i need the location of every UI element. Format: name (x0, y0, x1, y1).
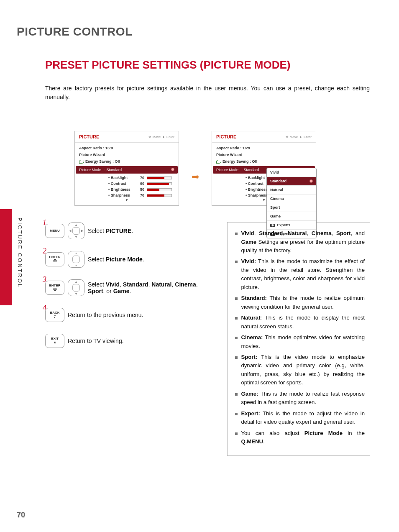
intro-text: There are factory presets for picture se… (45, 84, 370, 102)
select-dot-icon (171, 168, 174, 171)
step-text: Select PICTURE. (88, 228, 215, 234)
step-row: 1MENU▲▼◀▶Select PICTURE. (45, 223, 215, 239)
slider-row: • Brightness50 (108, 187, 174, 192)
step-row: 2ENTER⦿▲▼Select Picture Mode. (45, 251, 215, 268)
slider-value: 90 (137, 182, 144, 186)
mode-option-cinema[interactable]: Cinema (267, 194, 316, 203)
osd-panel-after: PICTURE ✥ Move ● Enter Aspect Ratio : 16… (212, 131, 316, 206)
energy-line: Energy Saving : Off (216, 158, 312, 165)
slider-row: • Sharpness70 (108, 192, 174, 198)
slider-bar[interactable] (147, 188, 172, 191)
slider-value: 50 (137, 187, 144, 192)
select-dot-icon (309, 179, 313, 183)
step-text: Select Picture Mode. (88, 256, 215, 263)
slider-value: 70 (137, 193, 144, 197)
step-text: Select Vivid, Standard, Natural, Cinema,… (88, 281, 215, 294)
mode-option-standard[interactable]: Standard (267, 177, 316, 186)
desc-item: Game: This is the mode to realize fast r… (235, 390, 365, 407)
slider-row: • Contrast90 (108, 181, 174, 187)
step-number: 1 (43, 218, 46, 227)
desc-item: Vivid: This is the mode to maximize the … (235, 257, 365, 292)
enter-button[interactable]: ENTER⦿ (45, 281, 64, 295)
slider-label: • Backlight (108, 176, 134, 180)
mode-dropdown[interactable]: VividStandardNaturalCinemaSportGame✱Expe… (266, 168, 317, 238)
mode-option-game[interactable]: Game (267, 212, 316, 221)
expert-badge-icon: ✱ (270, 224, 275, 227)
leaf-icon (216, 160, 221, 164)
enter-button[interactable]: ENTER⦿ (45, 252, 64, 266)
slider-bar[interactable] (147, 176, 172, 179)
desc-item: You can also adjust Picture Mode in the … (235, 429, 365, 446)
step-row: EXIT⎌Return to TV viewing. (45, 334, 215, 348)
desc-item: Vivid, Standard, Natural, Cinema, Sport,… (235, 229, 365, 255)
back-button[interactable]: BACK⤴ (45, 308, 64, 322)
move-icon: ✥ (286, 135, 289, 139)
wizard-line: Picture Wizard (216, 151, 312, 158)
mode-option-sport[interactable]: Sport (267, 203, 316, 212)
slider-bar[interactable] (147, 194, 172, 197)
description-box: Vivid, Standard, Natural, Cinema, Sport,… (228, 223, 370, 455)
move-icon: ✥ (148, 135, 151, 139)
step-row: 4BACK⤴Return to the previous menu. (45, 308, 215, 322)
osd-hint: ✥ Move ● Enter (286, 135, 312, 139)
side-tab (0, 209, 12, 305)
slider-label: • Brightness (108, 187, 134, 192)
side-label: PICTURE CONTROL (17, 217, 23, 288)
page-title: PICTURE CONTROL (17, 25, 370, 38)
osd-panel-before: PICTURE ✥ Move ● Enter Aspect Ratio : 16… (74, 131, 179, 206)
down-caret-icon: ▼ (79, 198, 174, 202)
step-number: 3 (43, 275, 46, 284)
slider-row: • Backlight70 (108, 175, 174, 181)
slider-value: 70 (137, 176, 144, 180)
mode-option-vivid[interactable]: Vivid (267, 168, 316, 177)
desc-item: Cinema: This mode optimizes video for wa… (235, 333, 365, 350)
osd-title: PICTURE (79, 134, 99, 139)
dpad-icon[interactable]: ▲▼ (68, 279, 84, 296)
slider-label: • Contrast (108, 182, 134, 186)
desc-item: Standard: This is the mode to realize op… (235, 294, 365, 311)
menu-button[interactable]: MENU (45, 224, 64, 238)
arrow-right-icon: ➡ (192, 171, 199, 182)
leaf-icon (79, 160, 84, 164)
desc-item: Natural: This is the mode to display the… (235, 314, 365, 331)
osd-hint: ✥ Move ● Enter (148, 135, 174, 139)
steps-list: 1MENU▲▼◀▶Select PICTURE.2ENTER⦿▲▼Select … (45, 223, 215, 455)
mode-option-expert1[interactable]: ✱Expert1 (267, 221, 316, 230)
step-number: 2 (43, 247, 46, 256)
mode-row-selected[interactable]: Picture Mode : Standard (76, 166, 178, 174)
osd-title: PICTURE (216, 134, 236, 139)
slider-label: • Sharpness (108, 193, 134, 197)
mode-option-natural[interactable]: Natural (267, 186, 316, 194)
dpad-icon[interactable]: ▲▼ (68, 251, 84, 268)
section-title: PRESET PICTURE SETTINGS (PICTURE MODE) (45, 59, 370, 72)
desc-item: Expert: This is the mode to adjust the v… (235, 409, 365, 427)
aspect-line: Aspect Ratio : 16:9 (216, 145, 312, 151)
desc-item: Sport: This is the video mode to emphasi… (235, 353, 365, 387)
step-text: Return to TV viewing. (68, 338, 215, 344)
step-row: 3ENTER⦿▲▼Select Vivid, Standard, Natural… (45, 279, 215, 296)
page-number: 70 (17, 511, 25, 519)
aspect-line: Aspect Ratio : 16:9 (79, 145, 174, 151)
slider-bar[interactable] (147, 182, 172, 185)
exit-button[interactable]: EXIT⎌ (45, 334, 64, 348)
wizard-line: Picture Wizard (79, 151, 174, 158)
step-text: Return to the previous menu. (68, 312, 215, 318)
energy-line: Energy Saving : Off (79, 158, 174, 165)
dpad-icon[interactable]: ▲▼◀▶ (68, 223, 84, 239)
step-number: 4 (43, 304, 46, 312)
